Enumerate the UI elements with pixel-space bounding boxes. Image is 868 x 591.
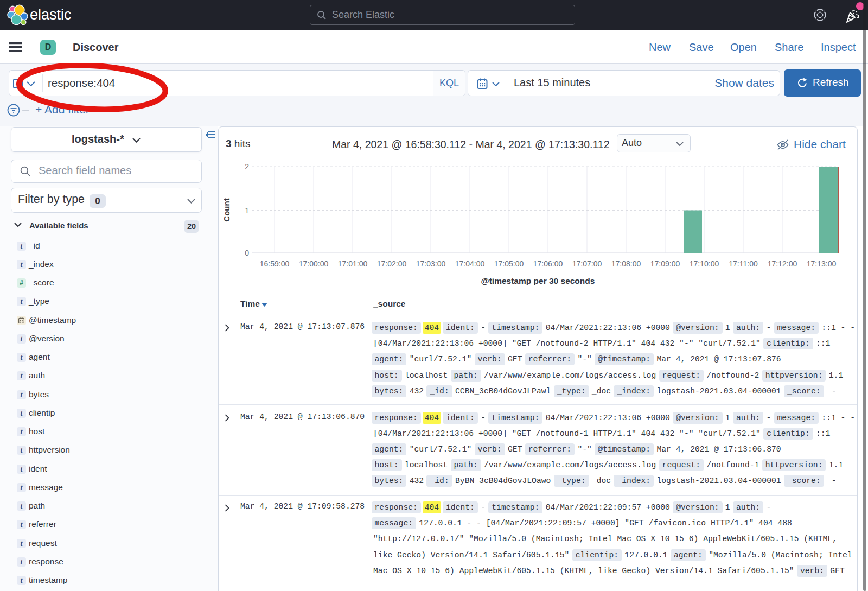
svg-text:17:05:00: 17:05:00 <box>494 259 524 268</box>
svg-text:17:13:00: 17:13:00 <box>807 259 837 268</box>
svg-text:17:10:00: 17:10:00 <box>690 259 719 268</box>
svg-text:17:11:00: 17:11:00 <box>729 259 758 268</box>
svg-text:17:04:00: 17:04:00 <box>455 259 485 268</box>
svg-text:17:09:00: 17:09:00 <box>650 259 680 268</box>
svg-text:0: 0 <box>245 249 249 257</box>
svg-text:17:07:00: 17:07:00 <box>572 259 602 268</box>
svg-text:17:02:00: 17:02:00 <box>377 259 407 268</box>
svg-text:2: 2 <box>245 162 249 171</box>
svg-text:Count: Count <box>222 198 231 221</box>
svg-text:17:03:00: 17:03:00 <box>416 259 446 268</box>
svg-text:16:59:00: 16:59:00 <box>260 259 290 268</box>
svg-text:17:01:00: 17:01:00 <box>338 259 368 268</box>
svg-text:1: 1 <box>245 206 249 215</box>
svg-text:17:06:00: 17:06:00 <box>533 259 563 268</box>
svg-text:17:08:00: 17:08:00 <box>611 259 641 268</box>
svg-text:17:00:00: 17:00:00 <box>299 259 329 268</box>
svg-text:17:12:00: 17:12:00 <box>768 259 797 268</box>
